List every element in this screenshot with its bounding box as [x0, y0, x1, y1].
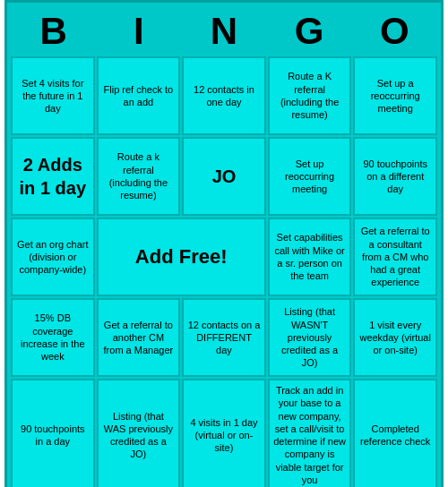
- bingo-cell-r2c2[interactable]: Route a k referral (including the resume…: [97, 137, 181, 216]
- bingo-cell-r1c2[interactable]: Flip ref check to an add: [97, 56, 181, 135]
- bingo-cell-r5c5[interactable]: Completed reference check: [353, 379, 437, 487]
- bingo-cell-r5c4[interactable]: Track an add in your base to a new compa…: [268, 379, 352, 487]
- cell-text: Route a K referral (including the resume…: [273, 70, 347, 121]
- bingo-header: B I N G O: [11, 6, 437, 56]
- header-n: N: [181, 6, 266, 56]
- header-g: G: [267, 6, 352, 56]
- cell-text: 2 Adds in 1 day: [16, 153, 90, 200]
- cell-text: Listing (that WASN'T previously credited…: [273, 305, 347, 369]
- cell-text: Flip ref check to an add: [102, 83, 176, 109]
- cell-text: Track an add in your base to a new compa…: [273, 384, 347, 486]
- cell-text: Completed reference check: [358, 423, 432, 449]
- bingo-cell-r2c1[interactable]: 2 Adds in 1 day: [11, 137, 95, 216]
- bingo-cell-r2c3[interactable]: JO: [182, 137, 266, 216]
- bingo-cell-r1c5[interactable]: Set up a reoccurring meeting: [353, 56, 437, 135]
- cell-text: JO: [212, 165, 237, 188]
- cell-text: 15% DB coverage increase in the week: [16, 312, 90, 363]
- cell-text: Listing (that WAS previously credited as…: [102, 410, 176, 461]
- bingo-cell-r2c4[interactable]: Set up reoccurring meeting: [268, 137, 352, 216]
- cell-text: 90 touchpoints in a day: [16, 423, 90, 449]
- bingo-cell-r1c1[interactable]: Set 4 visits for the future in 1 day: [11, 56, 95, 135]
- cell-text: 90 touchpoints on a different day: [358, 158, 432, 196]
- cell-text: Route a k referral (including the resume…: [102, 150, 176, 201]
- bingo-cell-r3c4[interactable]: Set capabilities call with Mike or a sr.…: [268, 218, 352, 296]
- cell-text: Set capabilities call with Mike or a sr.…: [273, 231, 347, 282]
- free-cell-text: Add Free!: [135, 244, 228, 270]
- bingo-cell-r5c2[interactable]: Listing (that WAS previously credited as…: [97, 379, 181, 487]
- bingo-grid: Set 4 visits for the future in 1 dayFlip…: [11, 56, 437, 487]
- header-o: O: [352, 6, 437, 56]
- cell-text: 4 visits in 1 day (virtual or on-site): [187, 416, 261, 455]
- bingo-cell-r3c1[interactable]: Get an org chart (division or company-wi…: [11, 218, 95, 296]
- bingo-cell-r3c2[interactable]: Add Free!: [97, 218, 266, 296]
- cell-text: Set up reoccurring meeting: [273, 158, 347, 196]
- bingo-cell-r5c1[interactable]: 90 touchpoints in a day: [11, 379, 95, 487]
- bingo-cell-r5c3[interactable]: 4 visits in 1 day (virtual or on-site): [182, 379, 266, 487]
- cell-text: 12 contacts on a DIFFERENT day: [187, 319, 261, 357]
- cell-text: Get a referral to a consultant from a CM…: [358, 225, 432, 288]
- cell-text: Get an org chart (division or company-wi…: [16, 238, 90, 277]
- cell-text: Set up a reoccurring meeting: [358, 77, 432, 115]
- bingo-cell-r1c3[interactable]: 12 contacts in one day: [182, 56, 266, 135]
- cell-text: Get a referral to another CM from a Mana…: [102, 319, 176, 357]
- cell-text: Set 4 visits for the future in 1 day: [16, 77, 90, 115]
- bingo-cell-r4c2[interactable]: Get a referral to another CM from a Mana…: [97, 298, 181, 377]
- bingo-cell-r4c3[interactable]: 12 contacts on a DIFFERENT day: [182, 298, 266, 377]
- cell-text: 1 visit every weekday (virtual or on-sit…: [358, 319, 432, 357]
- bingo-cell-r2c5[interactable]: 90 touchpoints on a different day: [353, 137, 437, 216]
- cell-text: 12 contacts in one day: [187, 83, 261, 109]
- bingo-card: B I N G O Set 4 visits for the future in…: [4, 0, 444, 487]
- header-b: B: [11, 6, 96, 56]
- header-i: I: [96, 6, 181, 56]
- bingo-cell-r4c1[interactable]: 15% DB coverage increase in the week: [11, 298, 95, 377]
- bingo-cell-r3c5[interactable]: Get a referral to a consultant from a CM…: [353, 218, 437, 296]
- bingo-cell-r4c5[interactable]: 1 visit every weekday (virtual or on-sit…: [353, 298, 437, 377]
- bingo-cell-r4c4[interactable]: Listing (that WASN'T previously credited…: [268, 298, 352, 377]
- bingo-cell-r1c4[interactable]: Route a K referral (including the resume…: [268, 56, 352, 135]
